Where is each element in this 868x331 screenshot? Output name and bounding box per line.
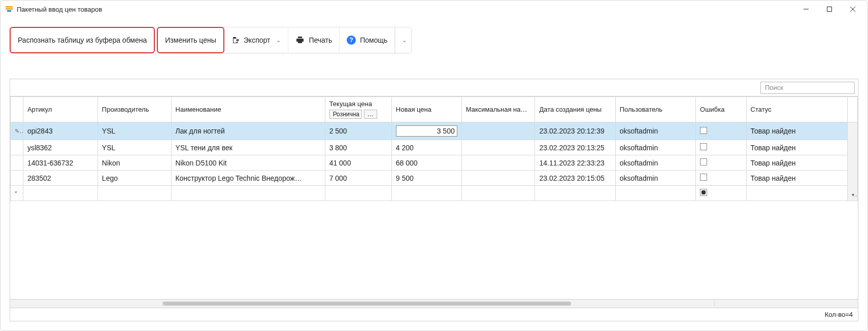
grid-toolbar: Поиск (10, 79, 858, 96)
change-prices-button[interactable]: Изменить цены (157, 27, 224, 53)
maximize-button[interactable] (818, 2, 841, 17)
cell-max-markup[interactable] (461, 155, 535, 171)
cell-user[interactable]: oksoftadmin (615, 155, 695, 171)
cell-user[interactable]: oksoftadmin (615, 171, 695, 186)
row-indicator[interactable] (11, 155, 23, 171)
error-checkbox[interactable] (700, 158, 707, 165)
cell-article[interactable]: ysl8362 (23, 140, 97, 155)
new-row[interactable]: * (11, 186, 858, 201)
row-indicator[interactable]: ✎ (11, 122, 23, 140)
cell-current-price[interactable]: 41 000 (325, 155, 391, 171)
empty-cell[interactable] (391, 186, 461, 201)
empty-cell[interactable] (171, 186, 325, 201)
vscroll-header (847, 97, 857, 122)
data-grid: Поиск (10, 79, 858, 321)
current-price-more-button[interactable]: … (364, 110, 377, 119)
empty-cell[interactable] (615, 186, 695, 201)
minimize-button[interactable] (794, 2, 818, 17)
cell-error[interactable] (696, 155, 747, 171)
search-input[interactable]: Поиск (760, 82, 855, 94)
col-user[interactable]: Пользователь (615, 97, 695, 122)
cell-manufacturer[interactable]: Lego (97, 171, 171, 186)
cell-status[interactable]: Товар найден (746, 155, 847, 171)
error-checkbox-indeterminate[interactable] (700, 189, 707, 196)
cell-current-price[interactable]: 2 500 (325, 122, 391, 140)
cell-new-price[interactable]: 3 500 (391, 122, 461, 140)
current-price-select[interactable]: Рознична (329, 110, 362, 119)
cell-name[interactable]: YSL тени для век (171, 140, 325, 155)
col-manufacturer[interactable]: Производитель (97, 97, 171, 122)
cell-name[interactable]: Nikon D5100 Kit (171, 155, 325, 171)
cell-price-date[interactable]: 23.02.2023 20:15:05 (535, 171, 615, 186)
export-button[interactable]: Экспорт ⌄ (224, 27, 289, 53)
col-article[interactable]: Артикул (23, 97, 97, 122)
cell-current-price[interactable]: 7 000 (325, 171, 391, 186)
empty-cell[interactable] (325, 186, 391, 201)
cell-price-date[interactable]: 23.02.2023 20:13:25 (535, 140, 615, 155)
recognize-button[interactable]: Распознать таблицу из буфера обмена (10, 27, 155, 53)
cell-error[interactable] (696, 122, 747, 140)
empty-cell[interactable] (23, 186, 97, 201)
help-button[interactable]: ? Помощь (340, 27, 395, 53)
empty-cell[interactable] (535, 186, 615, 201)
cell-manufacturer[interactable]: YSL (97, 140, 171, 155)
cell-article[interactable]: 14031-636732 (23, 155, 97, 171)
empty-cell[interactable] (97, 186, 171, 201)
cell-status[interactable]: Товар найден (746, 140, 847, 155)
table-row[interactable]: 283502LegoКонструктор Lego Technic Внедо… (11, 171, 858, 186)
error-checkbox[interactable] (700, 127, 707, 134)
cell-error[interactable] (696, 171, 747, 186)
empty-cell[interactable] (461, 186, 535, 201)
cell-article[interactable]: opi2843 (23, 122, 97, 140)
col-max-markup[interactable]: Максимальная наценка (461, 97, 535, 122)
cell-price-date[interactable]: 23.02.2023 20:12:39 (535, 122, 615, 140)
cell-status[interactable]: Товар найден (746, 122, 847, 140)
cell-new-price[interactable]: 4 200 (391, 140, 461, 155)
cell-error[interactable] (696, 140, 747, 155)
row-indicator[interactable] (11, 171, 23, 186)
col-error[interactable]: Ошибка (696, 97, 747, 122)
cell-price-date[interactable]: 14.11.2023 22:33:23 (535, 155, 615, 171)
col-price-date[interactable]: Дата создания цены (535, 97, 615, 122)
cell-max-markup[interactable] (461, 140, 535, 155)
price-table[interactable]: Артикул Производитель Наименование Текущ… (10, 96, 858, 201)
cell-user[interactable]: oksoftadmin (615, 140, 695, 155)
scrollbar-thumb[interactable] (163, 302, 571, 306)
app-icon (6, 5, 13, 13)
toolbar: Распознать таблицу из буфера обмена Изме… (10, 27, 412, 53)
col-name[interactable]: Наименование (171, 97, 325, 122)
close-button[interactable] (841, 2, 864, 17)
row-indicator[interactable] (11, 140, 23, 155)
cell-manufacturer[interactable]: Nikon (97, 155, 171, 171)
new-price-input[interactable]: 3 500 (396, 125, 457, 137)
cell-max-markup[interactable] (461, 171, 535, 186)
cell-name[interactable]: Лак для ногтей (171, 122, 325, 140)
table-row[interactable]: ✎opi2843YSLЛак для ногтей2 5003 50023.02… (11, 122, 858, 140)
svg-rect-2 (7, 10, 11, 12)
cell-user[interactable]: oksoftadmin (615, 122, 695, 140)
cell-max-markup[interactable] (461, 122, 535, 140)
cell-current-price[interactable]: 3 800 (325, 140, 391, 155)
toolbar-overflow-button[interactable]: ⌄ (395, 27, 411, 53)
cell-new-price[interactable]: 9 500 (391, 171, 461, 186)
cell-manufacturer[interactable]: YSL (97, 122, 171, 140)
cell-new-price[interactable]: 68 000 (391, 155, 461, 171)
table-row[interactable]: 14031-636732NikonNikon D5100 Kit41 00068… (11, 155, 858, 171)
empty-cell[interactable] (696, 186, 747, 201)
error-checkbox[interactable] (700, 174, 707, 181)
col-status[interactable]: Статус (746, 97, 847, 122)
cell-status[interactable]: Товар найден (746, 171, 847, 186)
table-row[interactable]: ysl8362YSLYSL тени для век3 8004 20023.0… (11, 140, 858, 155)
export-label: Экспорт (244, 36, 271, 44)
cell-article[interactable]: 283502 (23, 171, 97, 186)
col-new-price[interactable]: Новая цена (391, 97, 461, 122)
cell-name[interactable]: Конструктор Lego Technic Внедорож… (171, 171, 325, 186)
error-checkbox[interactable] (700, 143, 707, 150)
empty-cell[interactable] (746, 186, 847, 201)
horizontal-scrollbar[interactable] (10, 299, 858, 308)
new-row-indicator[interactable]: * (11, 186, 23, 201)
print-button[interactable]: Печать (288, 27, 340, 53)
header-row: Артикул Производитель Наименование Текущ… (11, 97, 858, 122)
vertical-scrollbar[interactable]: ▾ (847, 122, 857, 201)
col-current-price[interactable]: Текущая цена Рознична … (325, 97, 391, 122)
